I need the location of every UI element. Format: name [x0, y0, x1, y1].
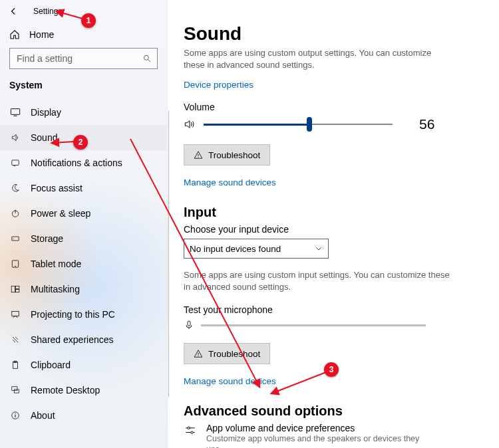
about-icon [9, 411, 21, 420]
notifications-icon [9, 158, 21, 168]
sidebar-item-notifications[interactable]: Notifications & actions [0, 150, 167, 175]
storage-icon [9, 234, 21, 243]
svg-rect-17 [12, 387, 17, 391]
volume-label: Volume [184, 102, 483, 112]
sidebar-item-projecting[interactable]: Projecting to this PC [0, 302, 167, 327]
svg-point-30 [191, 431, 193, 433]
volume-value: 56 [419, 116, 434, 132]
svg-rect-24 [188, 321, 190, 326]
sidebar-item-tablet-mode[interactable]: Tablet mode [0, 251, 167, 277]
speaker-icon[interactable] [184, 118, 196, 130]
app-volume-prefs[interactable]: App volume and device preferences Custom… [184, 423, 436, 448]
advanced-section-title: Advanced sound options [184, 403, 483, 419]
sidebar-item-multitasking[interactable]: Multitasking [0, 277, 167, 302]
input-section-title: Input [184, 205, 483, 220]
troubleshoot-input-button[interactable]: Troubleshoot [184, 343, 270, 364]
home-icon [9, 29, 20, 40]
annotation-marker-2: 2 [73, 135, 88, 150]
svg-rect-11 [11, 286, 15, 292]
sidebar-item-label: Display [31, 107, 61, 118]
troubleshoot-label: Troubleshoot [208, 349, 260, 359]
svg-rect-14 [12, 311, 19, 316]
svg-rect-4 [12, 160, 19, 166]
svg-point-26 [198, 356, 198, 356]
sidebar-item-about[interactable]: About [0, 403, 167, 428]
svg-point-28 [188, 427, 190, 429]
warning-icon [194, 349, 203, 358]
adv-item-title: App volume and device preferences [206, 423, 436, 433]
sidebar: Settings Home System Display Sound Notif… [0, 0, 168, 448]
page-title: Sound [184, 23, 483, 45]
sidebar-item-clipboard[interactable]: Clipboard [0, 352, 167, 378]
output-note: Some apps are using custom output settin… [184, 47, 450, 70]
mic-level-bar [201, 324, 426, 326]
svg-rect-2 [11, 109, 19, 115]
sidebar-item-label: Power & sleep [31, 208, 90, 219]
svg-rect-12 [16, 286, 19, 288]
sidebar-item-label: About [31, 410, 55, 421]
svg-point-0 [144, 55, 148, 60]
window-title: Settings [33, 7, 62, 16]
svg-rect-13 [16, 290, 19, 292]
sidebar-item-label: Focus assist [31, 183, 83, 193]
sidebar-item-label: Clipboard [31, 360, 71, 370]
display-icon [9, 108, 21, 117]
search-input[interactable] [15, 53, 142, 64]
sidebar-item-label: Notifications & actions [31, 158, 122, 168]
svg-rect-7 [12, 237, 19, 241]
troubleshoot-label: Troubleshoot [208, 150, 260, 160]
input-note: Some apps are using custom input setting… [184, 269, 450, 292]
remote-desktop-icon [9, 386, 21, 395]
annotation-marker-1: 1 [81, 13, 96, 28]
sidebar-item-focus-assist[interactable]: Focus assist [0, 175, 167, 201]
sidebar-item-remote-desktop[interactable]: Remote Desktop [0, 378, 167, 403]
sidebar-item-shared-experiences[interactable]: Shared experiences [0, 327, 167, 352]
shared-icon [9, 335, 21, 344]
clipboard-icon [9, 360, 21, 370]
sound-icon [9, 133, 21, 142]
svg-point-23 [198, 157, 198, 158]
test-mic-label: Test your microphone [184, 304, 483, 315]
microphone-icon [184, 319, 194, 331]
troubleshoot-output-button[interactable]: Troubleshoot [184, 144, 270, 166]
adv-item-desc: Customize app volumes and the speakers o… [206, 433, 436, 448]
back-icon[interactable] [9, 7, 19, 16]
sidebar-item-label: Sound [31, 132, 57, 143]
projecting-icon [9, 310, 21, 319]
sidebar-item-label: Tablet mode [31, 259, 81, 269]
svg-point-8 [13, 238, 14, 239]
sidebar-item-label: Shared experiences [31, 334, 114, 345]
manage-sound-devices-link[interactable]: Manage sound devices [184, 177, 483, 187]
svg-line-1 [148, 60, 151, 62]
svg-point-21 [15, 413, 15, 414]
annotation-marker-3: 3 [324, 362, 339, 377]
sidebar-item-label: Storage [31, 233, 63, 244]
sidebar-item-power-sleep[interactable]: Power & sleep [0, 201, 167, 226]
sidebar-item-label: Multitasking [31, 284, 80, 294]
multitasking-icon [9, 284, 21, 294]
category-title: System [0, 78, 167, 100]
search-box[interactable] [9, 48, 158, 69]
tablet-icon [9, 259, 21, 269]
sidebar-item-storage[interactable]: Storage [0, 226, 167, 251]
sidebar-item-display[interactable]: Display [0, 100, 167, 125]
input-device-select[interactable]: No input devices found [184, 239, 329, 259]
volume-slider[interactable] [204, 118, 393, 131]
chevron-down-icon [315, 245, 323, 253]
warning-icon [194, 150, 203, 160]
mixer-icon [184, 423, 197, 448]
search-icon [142, 54, 152, 63]
sidebar-item-label: Projecting to this PC [31, 309, 115, 320]
manage-sound-devices-link-2[interactable]: Manage sound devices [184, 376, 483, 386]
sidebar-item-label: Remote Desktop [31, 385, 100, 395]
power-icon [9, 209, 21, 218]
content-pane: Sound Some apps are using custom output … [168, 0, 499, 448]
device-properties-link[interactable]: Device properties [184, 80, 253, 90]
svg-rect-18 [14, 390, 19, 393]
choose-input-label: Choose your input device [184, 224, 483, 235]
focus-assist-icon [9, 183, 21, 193]
nav-home-label: Home [29, 29, 54, 40]
input-device-value: No input devices found [190, 244, 281, 254]
